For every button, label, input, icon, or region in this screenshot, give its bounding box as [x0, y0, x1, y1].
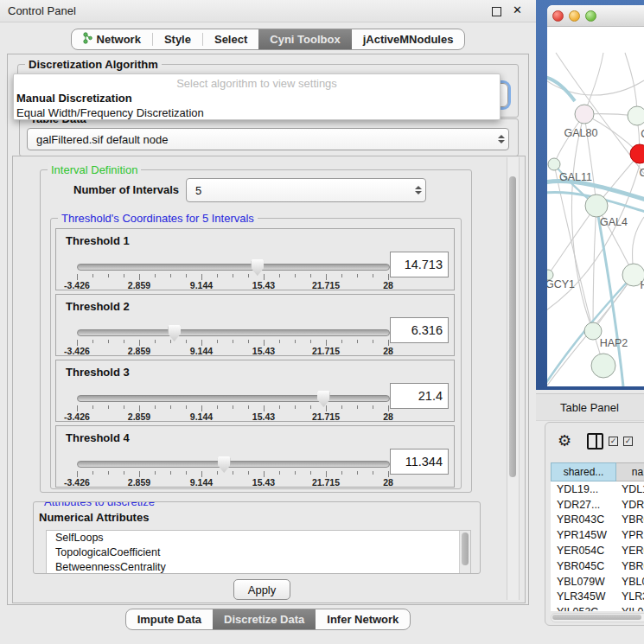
- number-of-intervals-label: Number of Intervals: [73, 183, 179, 196]
- network-canvas[interactable]: GAL80GCGAL11GAL4GCY1HHAP2: [547, 27, 644, 386]
- apply-button[interactable]: Apply: [233, 579, 290, 600]
- network-node-gal80[interactable]: [575, 105, 594, 124]
- slider-tick-labels: -3.4262.8599.14415.4321.71528: [77, 346, 388, 356]
- tab-jactivemnodules[interactable]: jActiveMNodules: [352, 29, 465, 49]
- threshold-slider-track[interactable]: [77, 395, 390, 402]
- network-node-g[interactable]: [628, 106, 644, 125]
- network-window: GAL80GCGAL11GAL4GCY1HHAP2: [547, 5, 644, 386]
- table-row[interactable]: YPR145WYPR1: [551, 527, 644, 543]
- popup-hint: Select algorithm to view settings: [14, 74, 500, 91]
- network-node-label: C: [639, 167, 644, 179]
- node-table: shared... na YDL19...YDL1YDR27...YDR2YBR…: [551, 462, 644, 611]
- tab-impute-data[interactable]: Impute Data: [126, 609, 213, 629]
- bottom-tab-bar: Impute Data Discretize Data Infer Networ…: [0, 609, 536, 630]
- tab-network[interactable]: Network: [72, 29, 152, 49]
- close-icon[interactable]: ✕: [513, 3, 522, 16]
- table-panel-title: Table Panel: [536, 401, 619, 414]
- horizontal-scrollbar-thumb[interactable]: [552, 615, 641, 620]
- gear-icon[interactable]: ⚙: [558, 431, 571, 450]
- horizontal-scrollbar[interactable]: [551, 613, 644, 622]
- threshold-value-field[interactable]: 11.344: [390, 449, 449, 475]
- network-window-frame: GAL80GCGAL11GAL4GCY1HHAP2: [536, 0, 644, 390]
- discretization-algorithm-title: Discretization Algorithm: [25, 58, 162, 71]
- column-header-name[interactable]: na: [616, 462, 644, 481]
- network-window-titlebar: [547, 5, 644, 27]
- minimize-traffic-light[interactable]: [569, 10, 580, 22]
- threshold-panel-1: Threshold 1-3.4262.8599.14415.4321.71528…: [55, 228, 455, 290]
- threshold-panel-3: Threshold 3-3.4262.8599.14415.4321.71528…: [55, 360, 455, 422]
- table-row[interactable]: YDL19...YDL1: [551, 481, 644, 497]
- column-layout-icon[interactable]: [587, 433, 603, 450]
- table-row[interactable]: YBL079WYBL0: [551, 574, 644, 590]
- attribute-list-item[interactable]: BetweennessCentrality: [47, 560, 470, 574]
- vertical-scrollbar[interactable]: [507, 157, 520, 600]
- tab-network-label: Network: [97, 33, 141, 46]
- network-node-label: GAL11: [559, 171, 592, 183]
- network-node-label: G: [641, 128, 644, 140]
- numerical-attributes-label: Numerical Attributes: [39, 511, 149, 524]
- threshold-value-field[interactable]: 14.713: [390, 252, 449, 277]
- tab-cyni-toolbox[interactable]: Cyni Toolbox: [258, 29, 351, 49]
- control-panel-titlebar: Control Panel ✕: [0, 0, 536, 22]
- table-panel: ⚙ ✓ ✓ shared... na YDL19...YDL1YDR27...Y…: [545, 422, 644, 626]
- checkbox-icon[interactable]: ✓: [609, 437, 618, 446]
- table-rows: YDL19...YDL1YDR27...YDR2YBR043CYBR0YPR14…: [551, 481, 644, 611]
- slider-tick-labels: -3.4262.8599.14415.4321.71528: [77, 411, 388, 422]
- top-tab-bar: Network Style Select Cyni Toolbox jActiv…: [0, 29, 536, 50]
- attribute-list-item[interactable]: TopologicalCoefficient: [47, 545, 470, 560]
- number-of-intervals-value: 5: [187, 184, 411, 197]
- thresholds-group: Threshold's Coordinates for 5 Intervals …: [50, 218, 462, 489]
- threshold-rows: Threshold 1-3.4262.8599.14415.4321.71528…: [55, 228, 455, 491]
- threshold-label: Threshold 1: [66, 234, 130, 247]
- threshold-value-field[interactable]: 21.4: [390, 383, 449, 409]
- close-traffic-light[interactable]: [552, 10, 564, 22]
- threshold-slider-track[interactable]: [77, 329, 390, 336]
- threshold-label: Threshold 2: [66, 300, 130, 313]
- table-row[interactable]: YIL053CYIL0: [551, 604, 644, 611]
- column-header-shared-name[interactable]: shared...: [551, 462, 616, 481]
- network-node-label: HAP2: [600, 337, 628, 349]
- table-row[interactable]: YBR045CYBR0: [551, 558, 644, 574]
- network-node-label: GCY1: [547, 278, 575, 290]
- threshold-panel-2: Threshold 2-3.4262.8599.14415.4321.71528…: [55, 294, 455, 356]
- attributes-group-title: Attributes to discretize: [41, 501, 158, 508]
- combo-spinner-icon: [494, 135, 508, 143]
- table-data-value: galFiltered.sif default node: [28, 133, 494, 146]
- table-data-combobox[interactable]: galFiltered.sif default node: [27, 128, 509, 150]
- checkbox-icon[interactable]: ✓: [623, 437, 633, 446]
- table-panel-toolbar: ⚙ ✓ ✓: [545, 423, 644, 459]
- table-panel-header: Table Panel: [536, 393, 644, 421]
- interval-definition-title: Interval Definition: [48, 163, 141, 176]
- tab-discretize-data[interactable]: Discretize Data: [213, 609, 316, 629]
- zoom-traffic-light[interactable]: [585, 10, 596, 22]
- tab-style[interactable]: Style: [153, 29, 202, 49]
- float-window-icon[interactable]: [492, 7, 501, 16]
- vertical-scrollbar-thumb[interactable]: [509, 176, 516, 477]
- popup-option-manual[interactable]: Manual Discretization: [14, 91, 500, 105]
- tab-select[interactable]: Select: [203, 29, 258, 49]
- threshold-slider-track[interactable]: [77, 264, 390, 271]
- attributes-group: Attributes to discretize Numerical Attri…: [33, 501, 481, 574]
- table-row[interactable]: YER054CYER0: [551, 543, 644, 558]
- network-node-gal4[interactable]: [585, 194, 608, 217]
- tab-infer-network[interactable]: Infer Network: [316, 609, 410, 629]
- table-row[interactable]: YDR27...YDR2: [551, 497, 644, 513]
- numerical-attributes-list[interactable]: SelfLoopsTopologicalCoefficientBetweenne…: [46, 530, 471, 574]
- control-panel-title: Control Panel: [0, 4, 76, 17]
- table-row[interactable]: YLR345WYLR3: [551, 590, 644, 605]
- threshold-value-field[interactable]: 6.316: [390, 317, 449, 343]
- popup-option-equal-width[interactable]: Equal Width/Frequency Discretization: [14, 105, 500, 120]
- network-node-gal11[interactable]: [548, 158, 560, 170]
- table-row[interactable]: YBR043CYBR0: [551, 513, 644, 528]
- attributes-scrollbar-thumb[interactable]: [462, 532, 469, 565]
- number-of-intervals-combobox[interactable]: 5: [186, 178, 426, 202]
- network-node-label: GAL4: [600, 216, 628, 228]
- slider-tick-labels: -3.4262.8599.14415.4321.71528: [77, 280, 388, 290]
- threshold-slider-track[interactable]: [77, 461, 390, 468]
- threshold-panel-4: Threshold 4-3.4262.8599.14415.4321.71528…: [55, 425, 455, 488]
- thresholds-group-title: Threshold's Coordinates for 5 Intervals: [58, 212, 258, 225]
- algorithm-dropdown-popup: Select algorithm to view settings Manual…: [13, 73, 501, 120]
- attribute-list-item[interactable]: SelfLoops: [47, 531, 470, 545]
- network-node[interactable]: [591, 354, 615, 378]
- attributes-list-scrollbar[interactable]: [459, 531, 470, 574]
